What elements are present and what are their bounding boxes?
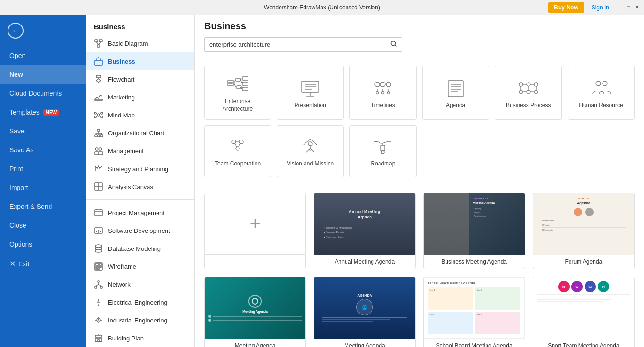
close-button[interactable]: ✕ xyxy=(634,4,640,11)
svg-point-41 xyxy=(95,245,102,248)
mid-nav-item-project[interactable]: Project Management xyxy=(86,204,194,222)
mid-nav-item-strategy[interactable]: Strategy and Planning xyxy=(86,160,194,178)
nav-print[interactable]: Print xyxy=(0,159,86,178)
mid-nav-item-label: Wireframe xyxy=(108,263,136,270)
svg-rect-45 xyxy=(96,266,101,267)
back-circle-icon: ← xyxy=(8,23,24,39)
management-icon xyxy=(94,146,103,156)
vision-mission-icon xyxy=(298,138,322,157)
mid-nav-item-label: Organizational Chart xyxy=(108,130,164,137)
mid-nav-item-electrical[interactable]: Electrical Engineering xyxy=(86,293,194,311)
svg-rect-61 xyxy=(97,337,98,339)
left-nav: ← Open New Cloud Documents Templates NEW… xyxy=(0,15,86,347)
svg-rect-59 xyxy=(95,335,102,342)
category-presentation[interactable]: Presentation xyxy=(277,66,344,120)
svg-point-116 xyxy=(596,81,601,86)
app-body: ← Open New Cloud Documents Templates NEW… xyxy=(0,15,644,347)
nav-save-as[interactable]: Save As xyxy=(0,140,86,159)
business-process-label: Business Process xyxy=(506,102,551,109)
roadmap-label: Roadmap xyxy=(371,160,395,168)
team-cooperation-icon xyxy=(226,138,249,157)
svg-line-66 xyxy=(395,45,397,47)
svg-line-3 xyxy=(96,42,99,45)
category-enterprise-architecture[interactable]: Enterprise Architecture xyxy=(204,66,271,120)
nav-import[interactable]: Import xyxy=(0,178,86,197)
restore-button[interactable]: □ xyxy=(625,4,632,11)
sign-in-button[interactable]: Sign In xyxy=(588,2,613,13)
svg-point-95 xyxy=(382,91,384,94)
svg-point-108 xyxy=(534,90,538,94)
category-agenda[interactable]: Agenda xyxy=(422,66,489,120)
sport-team-card[interactable]: 01 02 03 04 xyxy=(533,277,635,347)
svg-line-122 xyxy=(239,143,240,147)
svg-rect-20 xyxy=(95,135,97,137)
nav-cloud-documents[interactable]: Cloud Documents xyxy=(0,84,86,103)
mid-nav-item-basic-diagram[interactable]: Basic Diagram xyxy=(86,34,194,52)
category-business-process[interactable]: Business Process xyxy=(495,66,562,120)
business-meeting-label: Business Meeting Agenda xyxy=(424,255,525,269)
search-input[interactable] xyxy=(209,41,390,48)
mid-nav-item-analysis[interactable]: Analysis Canvas xyxy=(86,178,194,196)
nav-export-send[interactable]: Export & Send xyxy=(0,197,86,216)
svg-rect-21 xyxy=(98,135,100,137)
mid-nav-item-network[interactable]: Network xyxy=(86,275,194,293)
buy-now-button[interactable]: Buy Now xyxy=(548,2,584,13)
search-button[interactable] xyxy=(390,41,397,49)
nav-exit[interactable]: ✕ Exit xyxy=(0,254,86,274)
mid-nav-item-wireframe[interactable]: Wireframe xyxy=(86,257,194,275)
business-meeting-card[interactable]: BUSINESS Meeting Agenda ▪ Opening ▪ Repo… xyxy=(423,193,525,269)
mid-nav-item-software[interactable]: Software Development xyxy=(86,222,194,240)
svg-point-94 xyxy=(376,91,379,94)
mid-nav-item-label: Business xyxy=(108,58,135,65)
svg-point-87 xyxy=(386,82,391,87)
svg-rect-43 xyxy=(96,264,99,265)
minimize-button[interactable]: − xyxy=(617,4,623,11)
mid-nav-item-management[interactable]: Management xyxy=(86,142,194,160)
vision-mission-label: Vision and Mission xyxy=(287,160,334,168)
title-bar: Buy Now Wondershare EdrawMax (Unlicensed… xyxy=(0,0,644,15)
mid-nav-item-flowchart[interactable]: Flowchart xyxy=(86,70,194,88)
svg-point-131 xyxy=(381,151,384,154)
forum-agenda-card[interactable]: FORUM Agenda 01 Introduction 02 Topics 0… xyxy=(533,193,635,269)
category-timelines[interactable]: Timelines xyxy=(349,66,416,120)
mid-nav-item-label: Analysis Canvas xyxy=(108,183,153,190)
timelines-icon xyxy=(371,79,395,98)
svg-rect-30 xyxy=(95,152,99,155)
back-button[interactable]: ← xyxy=(0,15,86,46)
mid-nav-item-business[interactable]: Business xyxy=(86,52,194,70)
svg-line-18 xyxy=(100,116,101,117)
basic-diagram-icon xyxy=(94,39,103,48)
presentation-icon xyxy=(298,79,322,98)
sport-team-label: Sport Team Meeting Agenda xyxy=(533,339,634,347)
new-badge: NEW xyxy=(43,109,59,116)
category-team-cooperation[interactable]: Team Cooperation xyxy=(204,125,271,177)
meeting-agenda-1-card[interactable]: Meeting Agenda Meeting Agenda xyxy=(204,277,306,347)
category-vision-mission[interactable]: Vision and Mission xyxy=(277,125,344,177)
nav-templates[interactable]: Templates NEW xyxy=(0,103,86,122)
mid-nav-item-building[interactable]: Building Plan xyxy=(86,329,194,347)
mid-nav-item-industrial[interactable]: Industrial Engineering xyxy=(86,311,194,329)
svg-rect-44 xyxy=(99,264,101,265)
blank-template-card[interactable]: + xyxy=(204,193,306,269)
mid-nav-item-org-chart[interactable]: Organizational Chart xyxy=(86,124,194,142)
nav-save[interactable]: Save xyxy=(0,122,86,140)
meeting-agenda-2-card[interactable]: AGENDA 🌐 Meeting Agenda xyxy=(314,277,415,347)
category-roadmap[interactable]: Roadmap xyxy=(349,125,416,177)
mid-nav-item-marketing[interactable]: Marketing xyxy=(86,88,194,106)
nav-templates-label: Templates xyxy=(9,108,40,116)
nav-open[interactable]: Open xyxy=(0,46,86,65)
category-human-resource[interactable]: Human Resource xyxy=(568,66,635,120)
nav-options[interactable]: Options xyxy=(0,235,86,254)
school-board-card[interactable]: School Board Meeting Agenda Item 1 Item … xyxy=(423,277,525,347)
electrical-icon xyxy=(94,297,103,307)
svg-line-72 xyxy=(234,83,236,87)
nav-new[interactable]: New xyxy=(0,65,86,84)
annual-meeting-card[interactable]: Annual Meeting Agenda ▪ Welcome & Introd… xyxy=(314,193,415,269)
mid-nav-item-database[interactable]: Database Modeling xyxy=(86,240,194,257)
nav-close[interactable]: Close xyxy=(0,216,86,235)
nav-options-label: Options xyxy=(9,240,32,248)
mid-nav-item-mind-map[interactable]: Mind Map xyxy=(86,106,194,124)
svg-point-107 xyxy=(527,90,530,94)
mid-nav-item-label: Basic Diagram xyxy=(108,40,148,47)
school-board-label: School Board Meeting Agenda xyxy=(424,339,525,347)
